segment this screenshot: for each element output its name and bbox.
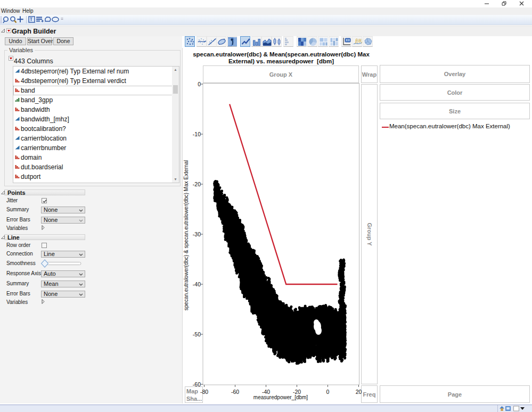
- svg-text:0: 0: [326, 389, 330, 395]
- svg-text:-40: -40: [193, 281, 201, 287]
- svg-text:-40: -40: [262, 389, 270, 395]
- svg-text:-50: -50: [193, 331, 201, 337]
- svg-text:specan.eutralower(dbc) & speca: specan.eutralower(dbc) & specan.eutralow…: [183, 160, 189, 310]
- svg-text:-10: -10: [193, 131, 201, 137]
- svg-text:-30: -30: [193, 231, 201, 237]
- svg-text:-20: -20: [293, 389, 301, 395]
- svg-text:f(θ): f(θ): [355, 38, 362, 44]
- svg-text:-20: -20: [193, 181, 201, 187]
- svg-text:-60: -60: [231, 389, 239, 395]
- svg-text:0: 0: [198, 81, 201, 87]
- svg-text:measuredpower_[dbm]: measuredpower_[dbm]: [253, 394, 308, 400]
